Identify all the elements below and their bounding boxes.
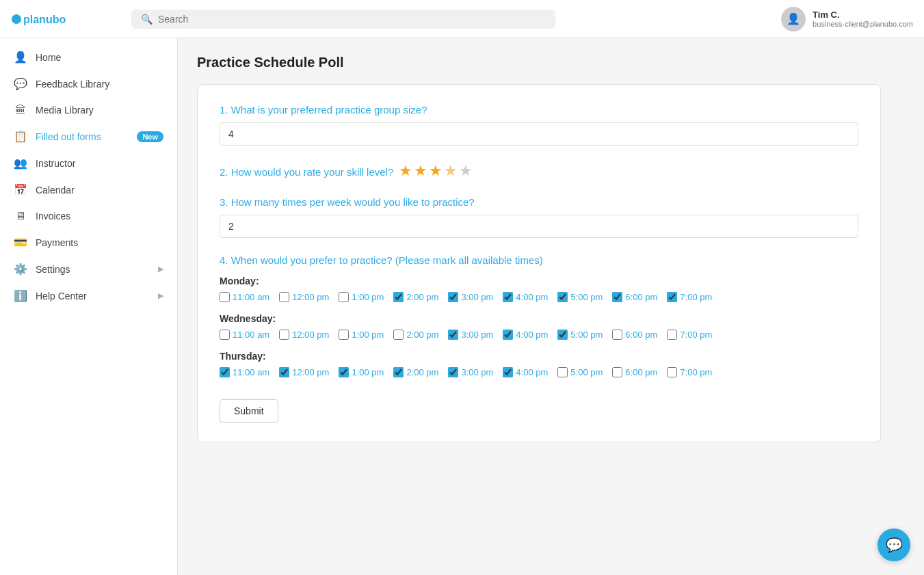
- checkbox-wednesday-7[interactable]: [612, 330, 622, 340]
- question-q1: 1. What is your preferred practice group…: [220, 104, 858, 146]
- checkbox-thursday-7[interactable]: [612, 367, 622, 377]
- search-bar[interactable]: 🔍: [131, 10, 555, 29]
- checkbox-monday-4[interactable]: [448, 292, 458, 302]
- user-name: Tim C.: [813, 10, 913, 20]
- checkbox-wednesday-4[interactable]: [448, 330, 458, 340]
- checkbox-monday-2[interactable]: [339, 292, 349, 302]
- checkbox-wednesday-0[interactable]: [220, 330, 230, 340]
- time-label-thursday-8[interactable]: 7:00 pm: [680, 367, 712, 377]
- filled-out-forms-icon: 📋: [14, 130, 27, 143]
- search-input[interactable]: [158, 14, 546, 25]
- sidebar-item-filled-out-forms[interactable]: 📋Filled out formsNew: [0, 123, 177, 150]
- question-input-q3[interactable]: [220, 215, 858, 238]
- time-label-monday-4[interactable]: 3:00 pm: [461, 292, 493, 302]
- checkbox-thursday-3[interactable]: [393, 367, 404, 377]
- time-label-thursday-4[interactable]: 3:00 pm: [461, 367, 493, 377]
- day-name-monday: Monday:: [220, 276, 858, 286]
- time-label-thursday-5[interactable]: 4:00 pm: [516, 367, 548, 377]
- star-2[interactable]: ★: [414, 162, 427, 180]
- time-label-monday-1[interactable]: 12:00 pm: [292, 292, 329, 302]
- time-label-wednesday-7[interactable]: 6:00 pm: [625, 330, 657, 340]
- checkbox-wednesday-3[interactable]: [393, 330, 404, 340]
- checkbox-wednesday-8[interactable]: [667, 330, 677, 340]
- checkbox-thursday-5[interactable]: [503, 367, 513, 377]
- time-label-wednesday-1[interactable]: 12:00 pm: [292, 330, 329, 340]
- time-label-thursday-3[interactable]: 2:00 pm: [406, 367, 438, 377]
- time-label-monday-5[interactable]: 4:00 pm: [516, 292, 548, 302]
- time-slot: 5:00 pm: [557, 367, 603, 377]
- time-label-wednesday-4[interactable]: 3:00 pm: [461, 330, 493, 340]
- time-slot: 5:00 pm: [557, 330, 603, 340]
- checkbox-monday-0[interactable]: [220, 292, 230, 302]
- time-label-thursday-2[interactable]: 1:00 pm: [352, 367, 384, 377]
- checkbox-monday-1[interactable]: [279, 292, 289, 302]
- checkbox-thursday-0[interactable]: [220, 367, 230, 377]
- sidebar-item-home[interactable]: 👤Home: [0, 44, 177, 70]
- time-label-monday-0[interactable]: 11:00 am: [233, 292, 269, 302]
- home-icon: 👤: [14, 51, 27, 64]
- checkbox-monday-6[interactable]: [557, 292, 568, 302]
- checkbox-monday-7[interactable]: [612, 292, 622, 302]
- star-3[interactable]: ★: [429, 162, 443, 180]
- sidebar-item-calendar[interactable]: 📅Calendar: [0, 176, 177, 203]
- star-1[interactable]: ★: [399, 162, 412, 180]
- time-label-thursday-1[interactable]: 12:00 pm: [292, 367, 329, 377]
- time-label-thursday-7[interactable]: 6:00 pm: [625, 367, 657, 377]
- time-label-wednesday-6[interactable]: 5:00 pm: [570, 330, 603, 340]
- sidebar-item-settings[interactable]: ⚙️Settings▶: [0, 256, 177, 282]
- star-5[interactable]: ★: [459, 162, 473, 180]
- time-label-wednesday-5[interactable]: 4:00 pm: [516, 330, 548, 340]
- time-slot: 3:00 pm: [448, 367, 493, 377]
- sidebar-item-feedback-library[interactable]: 💬Feedback Library: [0, 70, 177, 97]
- question-label-q3: 3. How many times per week would you lik…: [220, 196, 858, 208]
- time-slot: 11:00 am: [220, 292, 269, 302]
- checkbox-monday-5[interactable]: [503, 292, 513, 302]
- checkbox-wednesday-2[interactable]: [339, 330, 349, 340]
- time-label-monday-8[interactable]: 7:00 pm: [680, 292, 712, 302]
- time-slot: 2:00 pm: [393, 292, 438, 302]
- sidebar-item-payments[interactable]: 💳Payments: [0, 229, 177, 256]
- checkbox-wednesday-6[interactable]: [557, 330, 568, 340]
- time-slots-wednesday: 11:00 am12:00 pm1:00 pm2:00 pm3:00 pm4:0…: [220, 330, 858, 340]
- time-label-wednesday-0[interactable]: 11:00 am: [233, 330, 269, 340]
- question-label-q4: 4. When would you prefer to practice? (P…: [220, 254, 858, 266]
- question-q2: 2. How would you rate your skill level?★…: [220, 162, 858, 180]
- day-name-thursday: Thursday:: [220, 351, 858, 362]
- time-label-thursday-6[interactable]: 5:00 pm: [570, 367, 603, 377]
- sidebar-label-invoices: Invoices: [36, 211, 70, 222]
- star-rating-q2[interactable]: ★★★★★: [399, 162, 473, 180]
- time-label-monday-7[interactable]: 6:00 pm: [625, 292, 657, 302]
- checkbox-thursday-2[interactable]: [339, 367, 349, 377]
- checkbox-wednesday-1[interactable]: [279, 330, 289, 340]
- checkbox-wednesday-5[interactable]: [503, 330, 513, 340]
- checkbox-thursday-4[interactable]: [448, 367, 458, 377]
- checkbox-monday-3[interactable]: [393, 292, 404, 302]
- question-q3: 3. How many times per week would you lik…: [220, 196, 858, 238]
- sidebar-item-instructor[interactable]: 👥Instructor: [0, 150, 177, 176]
- question-input-q1[interactable]: [220, 122, 858, 146]
- sidebar-item-invoices[interactable]: 🖥Invoices: [0, 203, 177, 229]
- time-label-monday-2[interactable]: 1:00 pm: [352, 292, 384, 302]
- time-slot: 6:00 pm: [612, 292, 657, 302]
- time-label-wednesday-2[interactable]: 1:00 pm: [352, 330, 384, 340]
- time-label-monday-3[interactable]: 2:00 pm: [406, 292, 438, 302]
- user-info: Tim C. business-client@planubo.com: [813, 10, 913, 28]
- submit-button[interactable]: Submit: [220, 399, 278, 423]
- time-label-monday-6[interactable]: 5:00 pm: [570, 292, 603, 302]
- time-label-wednesday-8[interactable]: 7:00 pm: [680, 330, 712, 340]
- sidebar-label-payments: Payments: [36, 237, 78, 248]
- day-section-wednesday: Wednesday:11:00 am12:00 pm1:00 pm2:00 pm…: [220, 313, 858, 340]
- time-slot: 12:00 pm: [279, 292, 329, 302]
- time-slot: 7:00 pm: [667, 330, 712, 340]
- checkbox-thursday-1[interactable]: [279, 367, 289, 377]
- time-label-thursday-0[interactable]: 11:00 am: [233, 367, 269, 377]
- sidebar-label-media-library: Media Library: [36, 105, 94, 116]
- chat-bubble[interactable]: 💬: [877, 529, 910, 561]
- checkbox-monday-8[interactable]: [667, 292, 677, 302]
- sidebar-item-media-library[interactable]: 🏛Media Library: [0, 97, 177, 123]
- checkbox-thursday-6[interactable]: [557, 367, 568, 377]
- sidebar-item-help-center[interactable]: ℹ️Help Center▶: [0, 282, 177, 309]
- star-4[interactable]: ★: [444, 162, 458, 180]
- time-label-wednesday-3[interactable]: 2:00 pm: [406, 330, 438, 340]
- checkbox-thursday-8[interactable]: [667, 367, 677, 377]
